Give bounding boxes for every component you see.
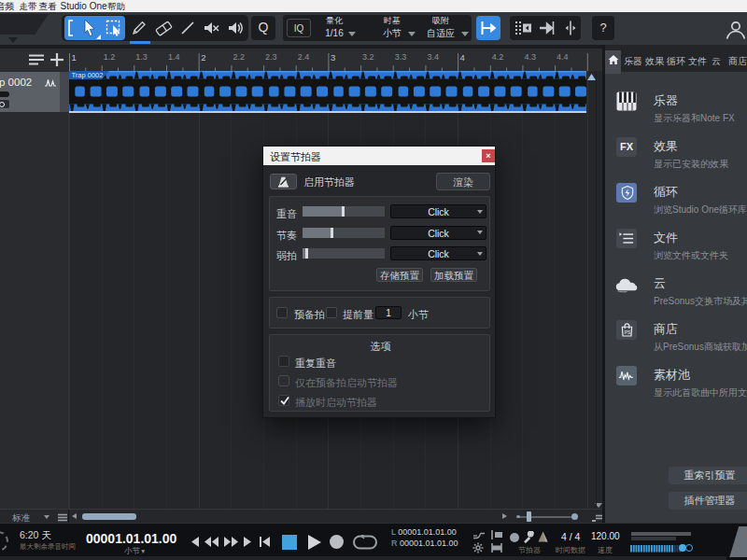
svg-text:Trap 0002: Trap 0002	[72, 71, 104, 79]
svg-text:PS: PS	[624, 329, 630, 335]
